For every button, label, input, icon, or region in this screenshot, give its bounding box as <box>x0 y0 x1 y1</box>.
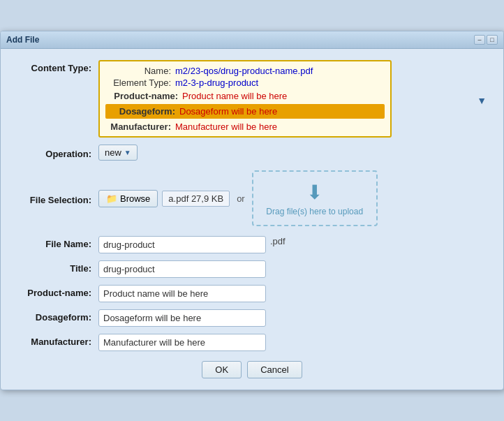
file-selection-label: File Selection: <box>15 192 98 205</box>
add-file-window: Add File – □ Content Type: Name: m2/23-q… <box>0 31 504 390</box>
manufacturer-input[interactable] <box>98 334 266 351</box>
product-name-row: Product-name: <box>15 285 489 302</box>
title-label: Title: <box>15 260 98 274</box>
dropdown-box: Name: m2/23-qos/drug-product-name.pdf El… <box>98 60 392 138</box>
browse-label: Browse <box>120 193 150 204</box>
or-text: or <box>237 193 245 204</box>
name-value: m2/23-qos/drug-product-name.pdf <box>175 66 313 76</box>
name-row: Name: m2/23-qos/drug-product-name.pdf <box>105 66 385 76</box>
product-name-dropdown-label: Product-name: <box>105 91 182 101</box>
element-type-value: m2-3-p-drug-product <box>175 77 258 88</box>
select-arrow-icon: ▼ <box>124 149 131 156</box>
dosageform-dropdown-value: Dosageform will be here <box>179 106 277 117</box>
operation-select[interactable]: new ▼ <box>98 145 138 161</box>
title-row: Title: <box>15 260 489 278</box>
window-controls: – □ <box>474 35 498 45</box>
product-name-label: Product-name: <box>15 285 98 298</box>
dosageform-dropdown-row: Dosageform: Dosageform will be here <box>105 104 385 119</box>
file-selection-row: File Selection: 📁 Browse a.pdf 27,9 KB o… <box>15 170 489 226</box>
manufacturer-dropdown-row: Manufacturer: Manufacturer will be here <box>105 121 385 132</box>
ok-button[interactable]: OK <box>202 361 242 378</box>
product-name-dropdown-value: Product name will be here <box>182 91 287 101</box>
operation-value: new <box>105 147 121 158</box>
dosageform-label: Dosageform: <box>15 309 98 323</box>
form-content: Content Type: Name: m2/23-qos/drug-produ… <box>1 49 503 390</box>
window-title: Add File <box>6 35 39 45</box>
element-type-label: Element Type: <box>105 77 175 88</box>
maximize-button[interactable]: □ <box>487 35 498 45</box>
file-name-row: File Name: .pdf <box>15 236 489 253</box>
dropdown-arrow-icon[interactable]: ▼ <box>477 95 487 106</box>
element-type-row: Element Type: m2-3-p-drug-product <box>105 77 385 88</box>
title-input[interactable] <box>98 260 266 278</box>
drag-drop-zone[interactable]: ⬇ Drag file(s) here to upload <box>252 170 378 226</box>
drag-text: Drag file(s) here to upload <box>266 207 363 216</box>
file-name-label: File Name: <box>15 236 98 249</box>
file-selection-controls: 📁 Browse a.pdf 27,9 KB or ⬇ Drag file(s)… <box>98 170 489 226</box>
title-bar: Add File – □ <box>1 31 503 49</box>
manufacturer-label: Manufacturer: <box>15 334 98 347</box>
folder-icon: 📁 <box>106 193 117 204</box>
content-type-dropdown[interactable]: Name: m2/23-qos/drug-product-name.pdf El… <box>98 60 489 138</box>
product-name-dropdown-row: Product-name: Product name will be here <box>105 91 385 101</box>
file-name-input[interactable] <box>98 236 266 253</box>
content-type-row: Content Type: Name: m2/23-qos/drug-produ… <box>15 60 489 138</box>
drag-arrow-icon: ⬇ <box>306 181 323 204</box>
minimize-button[interactable]: – <box>474 35 485 45</box>
manufacturer-row: Manufacturer: <box>15 334 489 351</box>
file-extension: .pdf <box>270 236 286 246</box>
manufacturer-dropdown-value: Manufacturer will be here <box>175 121 277 132</box>
dosageform-input[interactable] <box>98 309 266 327</box>
product-name-input[interactable] <box>98 285 266 302</box>
browse-button[interactable]: 📁 Browse <box>98 190 158 207</box>
cancel-button[interactable]: Cancel <box>247 361 302 378</box>
dosageform-row: Dosageform: <box>15 309 489 327</box>
dosageform-dropdown-label: Dosageform: <box>110 106 179 117</box>
manufacturer-dropdown-label: Manufacturer: <box>105 121 175 132</box>
operation-row: Operation: new ▼ <box>15 145 489 161</box>
content-type-label: Content Type: <box>15 60 98 73</box>
name-label: Name: <box>105 66 175 76</box>
action-buttons: OK Cancel <box>15 361 489 378</box>
file-info: a.pdf 27,9 KB <box>162 191 230 207</box>
operation-label: Operation: <box>15 146 98 159</box>
